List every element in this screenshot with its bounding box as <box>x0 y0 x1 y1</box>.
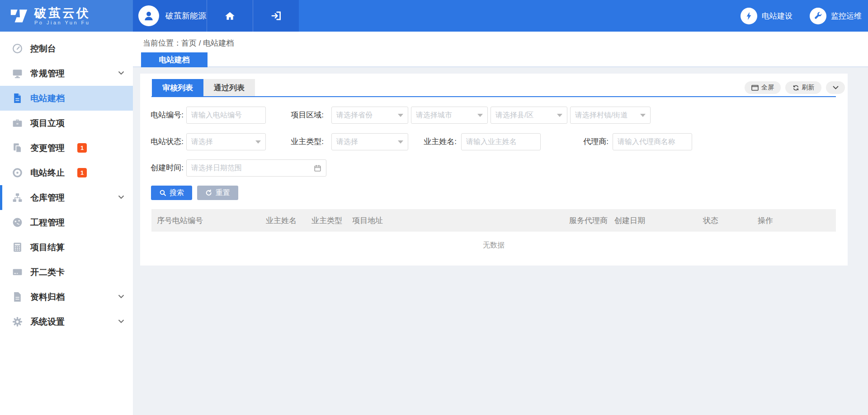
gear-icon <box>11 316 23 328</box>
sidebar-item-data-archive[interactable]: 资料归档 <box>0 284 133 309</box>
owner-type-label: 业主类型: <box>284 133 324 150</box>
mode-construction[interactable]: 电站建设 <box>741 8 793 24</box>
brand-logo-icon <box>9 7 29 25</box>
pages-icon <box>11 142 23 154</box>
chevron-down-icon <box>118 294 124 298</box>
province-placeholder: 请选择省份 <box>336 111 395 120</box>
search-icon <box>159 189 166 196</box>
user-avatar[interactable] <box>138 5 159 26</box>
sidebar-item-label: 资料归档 <box>30 291 65 303</box>
sidebar-item-project-settlement[interactable]: 项目结算 <box>0 235 133 260</box>
sidebar-item-label: 控制台 <box>30 43 56 55</box>
town-select[interactable]: 请选择村镇/街道 <box>570 107 651 124</box>
sidebar-item-label: 变更管理 <box>30 142 65 154</box>
sidebar-item-label: 电站终止 <box>30 167 65 179</box>
col-index: 序号 <box>157 215 172 226</box>
sidebar-item-warehouse-mgmt[interactable]: 仓库管理 <box>0 185 133 210</box>
col-station-no: 电站编号 <box>172 215 266 226</box>
date-range-input[interactable] <box>187 164 314 172</box>
search-button[interactable]: 搜索 <box>151 186 192 200</box>
refresh-label: 刷新 <box>802 84 815 92</box>
tab-passed-list[interactable]: 通过列表 <box>203 79 255 96</box>
caret-down-icon <box>255 140 261 144</box>
home-button[interactable] <box>207 0 253 32</box>
circle-dot-icon <box>11 167 23 179</box>
reset-button[interactable]: 重置 <box>197 186 238 200</box>
fullscreen-label: 全屏 <box>761 84 774 92</box>
province-select[interactable]: 请选择省份 <box>331 107 408 124</box>
home-icon <box>224 10 236 22</box>
refresh-button[interactable]: 刷新 <box>785 81 821 94</box>
chevron-down-icon <box>118 195 124 199</box>
col-owner-name: 业主姓名 <box>266 215 311 226</box>
sidebar-item-project-initiation[interactable]: 项目立项 <box>0 111 133 135</box>
tab-review-list[interactable]: 审核列表 <box>152 79 203 96</box>
col-owner-type: 业主类型 <box>311 215 352 226</box>
file-icon <box>11 291 23 303</box>
agent-label: 代理商: <box>569 133 609 150</box>
brand-title: 破茧云伏 <box>34 6 90 20</box>
mode-monitoring[interactable]: 监控运维 <box>810 8 862 24</box>
station-status-label: 电站状态: <box>144 133 184 150</box>
gauge-icon <box>11 43 23 55</box>
owner-type-select[interactable]: 请选择 <box>331 133 408 150</box>
breadcrumb-bar: 当前位置：首页 / 电站建档 电站建档 <box>133 32 868 67</box>
mode-monitoring-label: 监控运维 <box>831 11 862 21</box>
person-icon <box>142 9 155 22</box>
fullscreen-icon <box>751 85 759 91</box>
document-icon <box>11 93 23 104</box>
bank-card-icon <box>11 266 23 278</box>
station-status-select[interactable]: 请选择 <box>186 133 266 150</box>
mode-construction-label: 电站建设 <box>762 11 793 21</box>
district-select[interactable]: 请选择县/区 <box>491 107 567 124</box>
region-label: 项目区域: <box>284 107 324 124</box>
sidebar-item-station-termination[interactable]: 电站终止 1 <box>0 160 133 185</box>
wrench-icon <box>810 8 826 24</box>
sidebar-item-general-mgmt[interactable]: 常规管理 <box>0 61 133 86</box>
owner-name-input[interactable] <box>461 133 541 150</box>
empty-state-text: 无数据 <box>151 232 836 259</box>
sidebar: 控制台 常规管理 电站建档 <box>0 32 133 415</box>
owner-name-label: 业主姓名: <box>417 133 457 150</box>
district-placeholder: 请选择县/区 <box>495 111 554 120</box>
col-create-date: 创建日期 <box>614 215 703 226</box>
sidebar-item-console[interactable]: 控制台 <box>0 36 133 61</box>
header-mode-switch: 电站建设 监控运维 <box>741 0 862 32</box>
chevron-down-icon <box>833 86 839 89</box>
reset-icon <box>205 189 212 196</box>
owner-type-placeholder: 请选择 <box>336 137 395 147</box>
sidebar-item-change-mgmt[interactable]: 变更管理 1 <box>0 135 133 160</box>
page-tab-station-filing[interactable]: 电站建档 <box>141 52 208 67</box>
monitor-icon <box>11 68 23 79</box>
caret-down-icon <box>640 114 646 117</box>
sidebar-item-engineering-mgmt[interactable]: 工程管理 <box>0 210 133 235</box>
col-service-agent: 服务代理商 <box>569 215 614 226</box>
notification-badge: 1 <box>77 143 87 153</box>
dashboard-icon <box>11 217 23 228</box>
sidebar-item-system-settings[interactable]: 系统设置 <box>0 309 133 334</box>
col-status: 状态 <box>703 215 758 226</box>
sidebar-item-label: 常规管理 <box>30 68 65 79</box>
city-placeholder: 请选择城市 <box>416 111 475 120</box>
create-time-label: 创建时间: <box>144 159 184 177</box>
lightning-icon <box>741 8 757 24</box>
sidebar-item-station-filing[interactable]: 电站建档 <box>0 86 133 111</box>
agent-input[interactable] <box>613 133 692 150</box>
sidebar-item-open-card[interactable]: 开二类卡 <box>0 260 133 284</box>
station-no-input[interactable] <box>186 107 266 124</box>
logout-icon <box>270 10 282 22</box>
fullscreen-button[interactable]: 全屏 <box>745 81 781 94</box>
caret-down-icon <box>398 114 403 117</box>
collapse-toolbar-button[interactable] <box>826 81 845 94</box>
col-project-address: 项目地址 <box>352 215 569 226</box>
brand-logo: 破茧云伏 Po Jian Yun Fu <box>0 0 133 32</box>
logout-button[interactable] <box>253 0 299 32</box>
city-select[interactable]: 请选择城市 <box>411 107 488 124</box>
sitemap-icon <box>11 192 23 204</box>
active-indicator-bar <box>0 185 2 210</box>
sidebar-item-label: 仓库管理 <box>30 192 65 204</box>
sidebar-item-label: 项目结算 <box>30 242 65 253</box>
notification-badge: 1 <box>77 168 87 177</box>
date-range-picker[interactable] <box>186 159 326 177</box>
briefcase-icon <box>11 117 23 129</box>
